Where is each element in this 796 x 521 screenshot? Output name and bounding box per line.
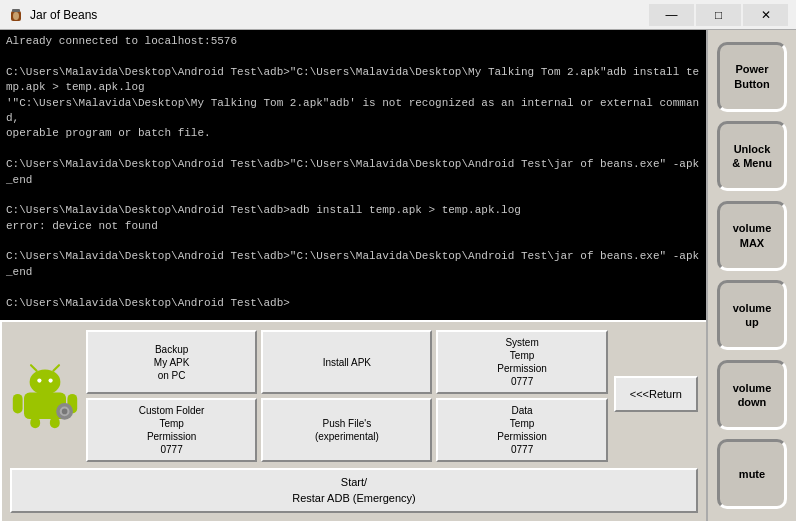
mute-button[interactable]: mute: [717, 439, 787, 509]
svg-rect-12: [50, 417, 60, 428]
minimize-button[interactable]: —: [649, 4, 694, 26]
backup-apk-button[interactable]: BackupMy APKon PC: [86, 330, 257, 394]
svg-rect-9: [13, 394, 23, 414]
svg-line-7: [31, 365, 37, 371]
return-btn-area: <<<Return: [614, 376, 698, 416]
window-title: Jar of Beans: [30, 8, 97, 22]
svg-point-4: [30, 370, 61, 395]
bottom-row2: Start/Restar ADB (Emergency): [10, 468, 698, 513]
buttons-grid-top: BackupMy APKon PC Install APK SystemTemp…: [86, 330, 608, 462]
data-temp-permission-button[interactable]: DataTempPermission0777: [436, 398, 607, 462]
main-layout: Already connected to localhost:5576 C:\U…: [0, 30, 796, 521]
title-bar: Jar of Beans — □ ✕: [0, 0, 796, 30]
svg-line-8: [53, 365, 59, 371]
install-apk-button[interactable]: Install APK: [261, 330, 432, 394]
maximize-button[interactable]: □: [696, 4, 741, 26]
system-temp-permission-button[interactable]: SystemTempPermission0777: [436, 330, 607, 394]
app-icon: [8, 7, 24, 23]
svg-point-15: [62, 409, 68, 415]
unlock-menu-button[interactable]: Unlock& Menu: [717, 121, 787, 191]
svg-rect-11: [30, 417, 40, 428]
push-files-button[interactable]: Push File's(experimental): [261, 398, 432, 462]
svg-point-6: [49, 379, 53, 383]
svg-rect-1: [12, 9, 20, 12]
svg-point-5: [37, 379, 41, 383]
close-button[interactable]: ✕: [743, 4, 788, 26]
left-panel: Already connected to localhost:5576 C:\U…: [0, 30, 706, 521]
bottom-controls: BackupMy APKon PC Install APK SystemTemp…: [0, 320, 706, 521]
volume-down-button[interactable]: volumedown: [717, 360, 787, 430]
volume-up-button[interactable]: volumeup: [717, 280, 787, 350]
terminal-output: Already connected to localhost:5576 C:\U…: [0, 30, 706, 320]
custom-folder-permission-button[interactable]: Custom FolderTempPermission0777: [86, 398, 257, 462]
android-robot-icon: [10, 361, 80, 431]
svg-point-2: [13, 12, 19, 20]
return-button[interactable]: <<<Return: [614, 376, 698, 412]
right-panel: PowerButton Unlock& Menu volumeMAX volum…: [706, 30, 796, 521]
volume-max-button[interactable]: volumeMAX: [717, 201, 787, 271]
start-restar-adb-button[interactable]: Start/Restar ADB (Emergency): [10, 468, 698, 513]
android-logo: [10, 361, 80, 431]
bottom-row1: BackupMy APKon PC Install APK SystemTemp…: [10, 330, 698, 462]
power-button[interactable]: PowerButton: [717, 42, 787, 112]
title-bar-left: Jar of Beans: [8, 7, 97, 23]
title-bar-controls: — □ ✕: [649, 4, 788, 26]
